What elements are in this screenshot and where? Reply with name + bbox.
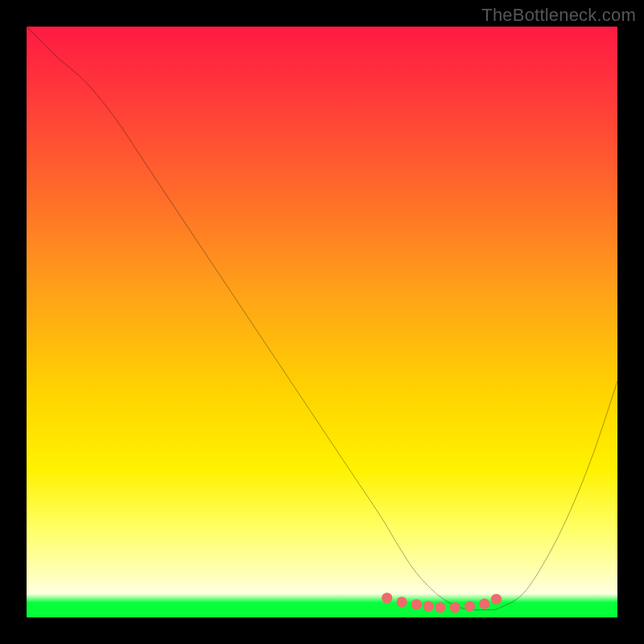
highlight-dot [464, 601, 475, 611]
chart-svg [27, 27, 617, 617]
highlight-dot [382, 592, 392, 603]
highlight-dot [423, 601, 434, 611]
highlight-dots-group [382, 592, 502, 613]
highlight-dot [435, 602, 445, 613]
curve-path [27, 27, 617, 610]
highlight-dot [411, 599, 422, 609]
highlight-dot [396, 597, 407, 607]
highlight-dot [491, 594, 502, 605]
highlight-dot [450, 602, 460, 613]
highlight-dot [479, 599, 489, 609]
watermark-label: TheBottleneck.com [481, 5, 636, 26]
chart-frame: TheBottleneck.com [0, 0, 644, 644]
